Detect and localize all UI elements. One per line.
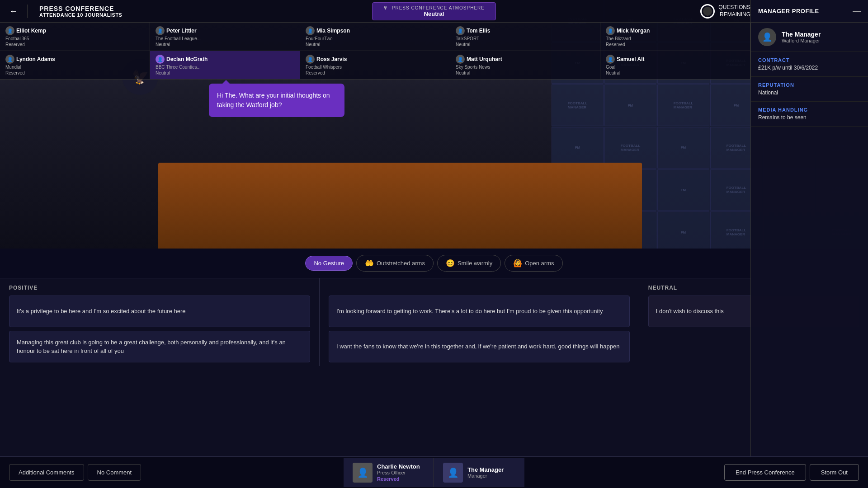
press-officer-avatar: 👤 bbox=[353, 463, 373, 483]
journalist-card[interactable]: 👤 Tom Ellis TalkSPORT Neutral bbox=[450, 23, 600, 51]
profile-manager-section: 👤 The Manager Watford Manager bbox=[751, 23, 868, 52]
atmosphere-icon: 🎙 bbox=[383, 5, 388, 10]
journalist-status: Reserved bbox=[306, 70, 444, 75]
open-arms-button[interactable]: 🙆 Open arms bbox=[505, 255, 562, 272]
logo-cell: FOOTBALLMANAGER bbox=[657, 84, 709, 126]
reputation-section: REPUTATION National bbox=[751, 77, 868, 102]
journalist-outlet: Football Whispers bbox=[306, 65, 444, 70]
press-officer-card: 👤 Charlie Newton Press Officer Reserved bbox=[344, 458, 434, 487]
end-conference-button[interactable]: End Press Conference bbox=[724, 464, 806, 481]
outstretched-arms-icon: 🤲 bbox=[365, 259, 374, 267]
media-label: MEDIA HANDLING bbox=[758, 107, 861, 113]
manager-avatar: 👤 bbox=[758, 28, 776, 46]
journalist-avatar: 👤 bbox=[606, 55, 615, 64]
no-comment-button[interactable]: No Comment bbox=[88, 464, 142, 481]
smile-warmly-button[interactable]: 😊 Smile warmly bbox=[437, 255, 501, 272]
response-option[interactable]: I'm looking forward to getting to work. … bbox=[329, 296, 630, 327]
journalist-outlet: FourFourTwo bbox=[306, 36, 444, 41]
profile-close-icon[interactable]: — bbox=[853, 6, 861, 16]
response-option[interactable]: I want the fans to know that we're in th… bbox=[329, 331, 630, 362]
atmosphere-value: Neutral bbox=[383, 10, 485, 17]
questions-inner bbox=[703, 7, 712, 16]
journalist-outlet: Football365 bbox=[5, 36, 144, 41]
logo-cell: FM bbox=[657, 211, 709, 253]
smile-warmly-icon: 😊 bbox=[446, 259, 455, 267]
contract-label: CONTRACT bbox=[758, 57, 861, 63]
journalist-avatar: 👤 bbox=[456, 55, 465, 64]
action-center: 👤 Charlie Newton Press Officer Reserved … bbox=[344, 458, 524, 487]
additional-comments-button[interactable]: Additional Comments bbox=[9, 464, 84, 481]
reputation-value: National bbox=[758, 89, 861, 96]
header-bar: ← PRESS CONFERENCE ATTENDANCE 10 JOURNAL… bbox=[0, 0, 868, 23]
logo-cell: FM bbox=[657, 169, 709, 211]
press-officer-info: Charlie Newton Press Officer Reserved bbox=[377, 463, 420, 482]
journalist-status: Reserved bbox=[5, 42, 144, 47]
atmosphere-label: 🎙 PRESS CONFERENCE ATMOSPHERE bbox=[383, 5, 485, 10]
journalist-card[interactable]: 👤 Peter Littler The Football League... N… bbox=[150, 23, 300, 51]
back-button[interactable]: ← bbox=[0, 6, 27, 16]
gesture-bar: No Gesture 🤲 Outstretched arms 😊 Smile w… bbox=[0, 249, 868, 278]
journalist-outlet: BBC Three Counties... bbox=[156, 65, 294, 70]
positive-column: POSITIVE It's a privilege to be here and… bbox=[0, 278, 319, 366]
positive-right-column: I'm looking forward to getting to work. … bbox=[319, 278, 639, 366]
journalist-name: Tom Ellis bbox=[467, 28, 490, 34]
journalist-outlet: The Football League... bbox=[156, 36, 294, 41]
manager-info: The Manager Watford Manager bbox=[782, 31, 821, 43]
journalist-name: Mia Simpson bbox=[316, 28, 350, 34]
journalist-card[interactable]: 👤 Ross Jarvis Football Whispers Reserved bbox=[300, 51, 450, 79]
logo-cell: FM bbox=[552, 127, 604, 169]
smile-warmly-label: Smile warmly bbox=[458, 260, 492, 267]
journalist-status: Neutral bbox=[456, 70, 594, 75]
journalist-outlet: Sky Sports News bbox=[456, 65, 594, 70]
action-left: Additional Comments No Comment bbox=[0, 464, 150, 481]
journalist-avatar: 👤 bbox=[606, 26, 615, 35]
logo-cell: FM bbox=[657, 127, 709, 169]
journalist-avatar: 👤 bbox=[456, 26, 465, 35]
bottom-panel: No Gesture 🤲 Outstretched arms 😊 Smile w… bbox=[0, 249, 868, 488]
journalist-avatar: 👤 bbox=[306, 55, 315, 64]
atmosphere-badge[interactable]: 🎙 PRESS CONFERENCE ATMOSPHERE Neutral bbox=[372, 2, 496, 20]
journalist-card[interactable]: 👤 Mia Simpson FourFourTwo Neutral bbox=[300, 23, 450, 51]
journalist-name: Lyndon Adams bbox=[16, 56, 55, 62]
manager-role: Watford Manager bbox=[782, 38, 821, 43]
logo-cell: FM bbox=[604, 84, 656, 126]
journalist-card[interactable]: 👤 Matt Urquhart Sky Sports News Neutral bbox=[450, 51, 600, 79]
press-officer-name: Charlie Newton bbox=[377, 463, 420, 470]
question-text: Hi The. What are your initial thoughts o… bbox=[217, 92, 330, 108]
journalist-name: Mick Morgan bbox=[617, 28, 650, 34]
manager-card: 👤 The Manager Manager bbox=[434, 458, 524, 487]
response-option[interactable]: It's a privilege to be here and I'm so e… bbox=[9, 296, 310, 327]
media-value: Remains to be seen bbox=[758, 114, 861, 121]
positive-header: POSITIVE bbox=[9, 278, 310, 296]
outstretched-arms-button[interactable]: 🤲 Outstretched arms bbox=[356, 255, 434, 272]
journalist-card[interactable]: 👤 Lyndon Adams Mundial Reserved bbox=[0, 51, 150, 79]
response-area: POSITIVE It's a privilege to be here and… bbox=[0, 278, 868, 366]
manager-card-name: The Manager bbox=[467, 466, 504, 473]
journalist-name: Matt Urquhart bbox=[467, 56, 502, 62]
profile-title: MANAGER PROFILE bbox=[758, 8, 819, 14]
reputation-label: REPUTATION bbox=[758, 82, 861, 88]
journalist-status: Neutral bbox=[306, 42, 444, 47]
journalist-outlet: The Blizzard bbox=[606, 36, 745, 41]
journalist-status: Neutral bbox=[606, 70, 745, 75]
journalist-name: Declan McGrath bbox=[166, 56, 208, 62]
journalist-card[interactable]: 👤 Samuel Alt Goal Neutral bbox=[600, 51, 750, 79]
no-gesture-button[interactable]: No Gesture bbox=[305, 256, 352, 271]
action-bar: Additional Comments No Comment 👤 Charlie… bbox=[0, 456, 868, 488]
journalist-card[interactable]: 👤 Elliot Kemp Football365 Reserved bbox=[0, 23, 150, 51]
positive-right-header bbox=[329, 278, 630, 296]
journalist-avatar: 👤 bbox=[5, 55, 14, 64]
journalist-name: Peter Littler bbox=[166, 28, 197, 34]
storm-out-button[interactable]: Storm Out bbox=[810, 464, 859, 481]
journalist-status: Reserved bbox=[606, 42, 745, 47]
podium bbox=[158, 163, 642, 253]
journalist-card[interactable]: 👤 Mick Morgan The Blizzard Reserved bbox=[600, 23, 750, 51]
response-option[interactable]: Managing this great club is going to be … bbox=[9, 331, 310, 362]
attendance-info: ATTENDANCE 10 JOURNALISTS bbox=[39, 12, 122, 18]
journalist-status: Reserved bbox=[5, 70, 144, 75]
action-right: End Press Conference Storm Out bbox=[715, 464, 868, 481]
journalist-avatar: 👤 bbox=[156, 55, 165, 64]
outstretched-arms-label: Outstretched arms bbox=[377, 260, 425, 267]
journalist-card-active[interactable]: 👤 Declan McGrath BBC Three Counties... N… bbox=[150, 51, 300, 79]
profile-header: MANAGER PROFILE — bbox=[751, 0, 868, 23]
